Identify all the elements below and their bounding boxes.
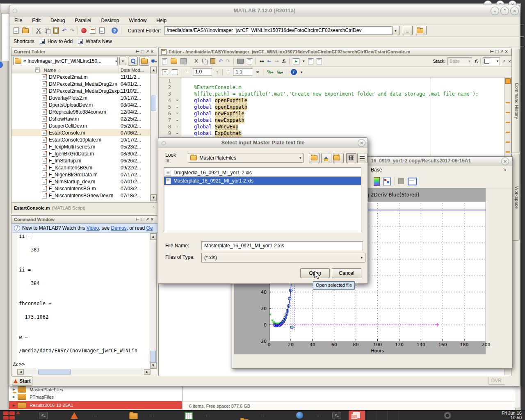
open-file-icon[interactable] xyxy=(22,28,29,33)
close-panel-icon[interactable]: × xyxy=(505,49,509,54)
code-line[interactable]: 4- global openExpfile xyxy=(159,97,511,104)
cancel-button[interactable]: Cancel xyxy=(332,268,361,278)
fx-toolbar-icon[interactable]: fₓ xyxy=(474,58,478,64)
insert-cell-icon[interactable]: + xyxy=(162,69,168,75)
workspace-switcher-icon[interactable] xyxy=(3,411,25,420)
cell-value-2[interactable]: 1.1 xyxy=(233,68,252,76)
dock-icon[interactable]: ⊢ xyxy=(136,49,141,54)
expand-arrow-icon[interactable]: ▶ xyxy=(13,404,15,407)
cell-value-1[interactable]: 1.0 xyxy=(193,68,212,76)
menu-file[interactable]: File xyxy=(14,18,22,23)
browse-folder-button[interactable]: ... xyxy=(403,26,413,35)
dialog-file-row[interactable]: DrugMedia_16_0921_MI_yor1-2.xls xyxy=(164,169,361,177)
maximize-panel-icon[interactable]: □ xyxy=(495,49,500,54)
console-hscrollbar[interactable]: ◀ ▶ xyxy=(17,369,151,375)
code-line[interactable]: 9- global ExpOutmat xyxy=(159,130,511,137)
video-link[interactable]: Video xyxy=(87,225,99,231)
comment-percent-icon[interactable]: ℅₊ xyxy=(267,69,274,75)
taskbar-screenshot-tool-active[interactable] xyxy=(349,411,365,420)
close-button[interactable]: × xyxy=(510,7,519,15)
run-section-icon[interactable] xyxy=(308,58,313,64)
file-row[interactable]: F_NIscanIntensBGnewDev.m07/18/2... xyxy=(11,192,150,199)
copy-icon[interactable] xyxy=(202,59,207,64)
minimize-button[interactable]: ⌄ xyxy=(491,7,499,15)
shortcut-how-to-add[interactable]: How to Add xyxy=(48,39,73,44)
code-line[interactable]: 8- global SWnewExp xyxy=(159,123,511,130)
stack-combo[interactable]: Base▾ xyxy=(447,57,472,65)
menu-debug[interactable]: Debug xyxy=(50,18,65,23)
redo-icon[interactable]: ↷ xyxy=(70,27,74,34)
file-row[interactable]: EstartConsole10plate.m10/17/2... xyxy=(11,136,150,143)
code-line[interactable]: 6- global newExpfile xyxy=(159,110,511,117)
current-folder-dropdown-icon[interactable]: ▾ xyxy=(392,26,399,35)
taskbar-overflow[interactable]: ... xyxy=(317,413,321,417)
file-row[interactable]: DoverlayPlots2.m10/17/2... xyxy=(11,94,150,101)
grid-view-button[interactable] xyxy=(346,153,356,163)
file-row[interactable]: F_IscanIntensBG.m09/22/2... xyxy=(11,164,150,171)
save-icon[interactable] xyxy=(180,58,187,64)
file-preview-footer[interactable]: EstartConsole.m (MATLAB Script) ⌃ xyxy=(11,202,159,213)
column-name[interactable]: Name xyxy=(44,68,56,73)
footer-collapse-icon[interactable]: ⌃ xyxy=(152,205,155,211)
taskbar-terminal-icon[interactable]: >_ xyxy=(39,412,48,419)
color-editor-icon[interactable] xyxy=(383,178,391,185)
menu-parallel[interactable]: Parallel xyxy=(75,18,91,23)
getting-started-link[interactable]: Ge xyxy=(146,225,153,231)
taskbar-terminal-icon[interactable]: >_ xyxy=(332,412,341,419)
file-row[interactable]: DMPexcel2mat.m11/11/2... xyxy=(11,73,150,80)
dialog-close-button[interactable]: × xyxy=(358,139,365,147)
close-editor-icon[interactable]: × xyxy=(508,59,511,64)
dialog-titlebar[interactable]: Select input Master Plate text file × xyxy=(158,138,368,148)
look-in-combo[interactable]: MasterPlateFiles ▾ xyxy=(188,153,304,163)
print-preview-icon[interactable] xyxy=(247,58,252,64)
dialog-file-list[interactable]: DrugMedia_16_0921_MI_yor1-2.xlsMasterpla… xyxy=(164,167,361,232)
matlab-titlebar[interactable]: MATLAB 7.12.0 (R2011a) ⌄ ⌃ × xyxy=(9,5,520,16)
window-layout-combo[interactable]: ▾ xyxy=(483,57,500,65)
folder-tree-row[interactable]: ▶ PTmapFiles xyxy=(13,393,54,400)
expand-arrow-icon[interactable]: ▶ xyxy=(13,395,15,399)
folder-label[interactable]: PTmapFiles xyxy=(30,395,54,399)
code-line[interactable]: 7- global newExppath xyxy=(159,117,511,123)
editor-header[interactable]: Editor - /media/data/EASY/InovImager_jwr… xyxy=(159,48,511,56)
list-view-button[interactable] xyxy=(357,153,368,163)
file-name-input[interactable]: Masterplate_16_0921_MI_yor1-2.xls xyxy=(201,241,363,250)
copy-icon[interactable] xyxy=(45,28,50,33)
files-of-type-combo[interactable]: (*.xls) ▾ xyxy=(201,253,365,262)
fx-icon[interactable]: fx xyxy=(13,361,18,367)
file-row[interactable]: DReplicate96to384conv.m12/04/2... xyxy=(11,108,150,115)
guide-icon[interactable] xyxy=(90,28,96,34)
simulink-icon[interactable] xyxy=(81,28,87,33)
profiler-icon[interactable] xyxy=(99,27,105,34)
start-button[interactable]: Start xyxy=(12,376,32,386)
taskbar-folder-icon[interactable] xyxy=(129,413,138,419)
close-panel-icon[interactable]: × xyxy=(151,217,155,221)
print-icon[interactable] xyxy=(237,59,244,64)
console-output-area[interactable]: ii = 383 ii = 384 fhconsole = 173.1062 w… xyxy=(17,233,149,368)
find-icon[interactable]: ●● xyxy=(259,59,264,64)
legend-icon[interactable] xyxy=(408,178,417,185)
undo-icon[interactable]: ↶ xyxy=(62,27,66,34)
eval-fx-icon[interactable]: fₓ xyxy=(282,58,286,64)
taskbar-overflow[interactable]: ... xyxy=(92,413,97,417)
command-window-header[interactable]: Command Window ⊢□↗× xyxy=(11,216,157,224)
expand-arrow-icon[interactable]: ▶ xyxy=(13,388,15,391)
undock-icon[interactable]: ↗ xyxy=(502,59,505,64)
address-combo[interactable]: « InovImager_jwrCF_WINLinx150... ▸ xyxy=(13,57,118,65)
decrease-button[interactable]: − xyxy=(186,69,189,75)
undock-icon[interactable]: ↗ xyxy=(500,49,504,54)
menu-desktop[interactable]: Desktop xyxy=(101,18,119,23)
code-line[interactable]: 2 %EstartConsole.m xyxy=(159,84,511,91)
uncomment-percent-icon[interactable]: ℅▾ xyxy=(277,70,283,75)
multiply-button[interactable]: × xyxy=(256,69,259,75)
folder-tree-row-selected[interactable]: ▶ Results2016-10-25A1 xyxy=(1,401,182,409)
tab-command-history[interactable]: Command History xyxy=(511,49,520,153)
analyzer-status-icon[interactable] xyxy=(505,78,511,84)
help-icon[interactable]: ? xyxy=(112,27,118,34)
undock-icon[interactable]: ↗ xyxy=(146,49,150,54)
file-row[interactable]: F_NImStartup_dev.m07/01/2... xyxy=(11,178,150,185)
column-date[interactable]: Date Mod... xyxy=(119,68,150,73)
taskbar-overflow[interactable]: ... xyxy=(150,413,154,417)
file-row[interactable]: F_IexpMultiTseries.m05/23/2... xyxy=(11,143,150,150)
taskbar-search-tool-icon[interactable] xyxy=(296,412,303,419)
file-row[interactable]: F_ImStartup.m06/26/2... xyxy=(11,157,150,164)
